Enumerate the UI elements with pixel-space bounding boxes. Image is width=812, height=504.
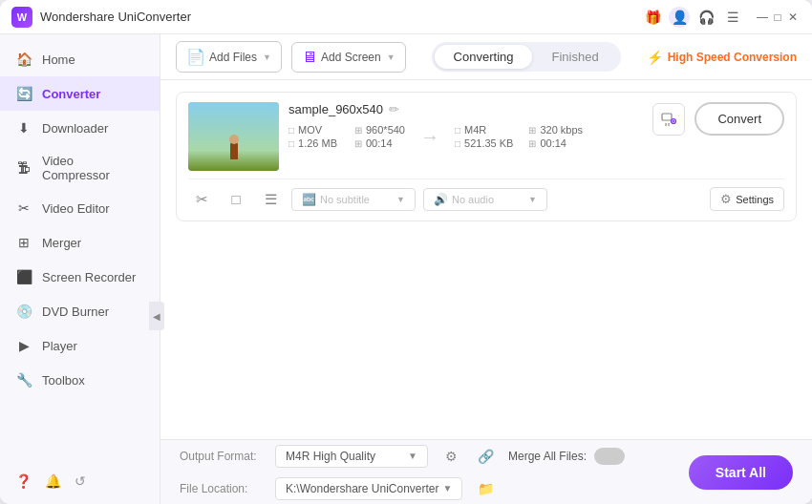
output-format-label: Output Format: (180, 450, 266, 463)
help-icon[interactable]: ❓ (15, 473, 32, 489)
subtitle-placeholder: No subtitle (320, 194, 393, 205)
file-item: sample_960x540 ✏ □ MOV (176, 92, 797, 221)
settings-icon: ⚙ (720, 192, 732, 206)
sidebar-item-downloader[interactable]: ⬇ Downloader (0, 111, 160, 145)
tab-converting-label: Converting (454, 50, 514, 64)
folder-button[interactable]: 📁 (472, 475, 499, 502)
close-button[interactable]: ✕ (785, 10, 801, 25)
audio-icon: 🔊 (434, 193, 448, 206)
file-location-value: K:\Wondershare UniConverter (286, 482, 439, 495)
audio-select[interactable]: 🔊 No audio ▼ (423, 188, 547, 211)
add-screen-icon: 🖥 (302, 49, 317, 66)
duration-icon: ⊞ (354, 138, 362, 149)
target-duration-icon: ⊞ (528, 138, 536, 149)
file-location-row: File Location: K:\Wondershare UniConvert… (180, 475, 673, 502)
converter-icon: 🔄 (15, 85, 32, 102)
format-chevron: ▼ (408, 451, 417, 461)
convert-button[interactable]: Convert (694, 102, 784, 136)
sidebar-item-video-editor[interactable]: ✂ Video Editor (0, 191, 160, 225)
settings-link-icon[interactable]: ⚙ (438, 443, 464, 470)
target-bitrate-row: ⊞ 320 kbps (528, 124, 587, 136)
start-all-button[interactable]: Start All (689, 455, 793, 490)
add-screen-button[interactable]: 🖥 Add Screen ▼ (291, 42, 406, 73)
sidebar-item-downloader-label: Downloader (42, 121, 108, 136)
merge-toggle[interactable] (594, 448, 625, 465)
convert-arrow: → (405, 126, 455, 148)
file-info: sample_960x540 ✏ □ MOV (288, 102, 631, 149)
scissors-tool-button[interactable]: ✂ (188, 188, 215, 211)
add-files-icon: 📄 (186, 48, 205, 66)
svg-rect-0 (662, 114, 672, 120)
file-location-select[interactable]: K:\Wondershare UniConverter ▼ (275, 477, 462, 500)
subtitle-select[interactable]: 🔤 No subtitle ▼ (291, 188, 416, 211)
target-format-icon: □ (455, 125, 460, 136)
sidebar-item-screen-recorder-label: Screen Recorder (42, 270, 136, 284)
size-icon: □ (288, 138, 294, 149)
file-edit-icon[interactable]: ✏ (389, 102, 399, 116)
merge-all-files-label: Merge All Files: (508, 450, 587, 463)
convert-button-label: Convert (717, 112, 761, 126)
target-format: M4R (464, 124, 486, 136)
output-format-select[interactable]: M4R High Quality ▼ (275, 445, 428, 468)
settings-label: Settings (736, 194, 774, 205)
sidebar-item-merger[interactable]: ⊞ Merger (0, 225, 160, 260)
open-link-icon[interactable]: 🔗 (472, 443, 499, 470)
minimize-button[interactable]: — (755, 10, 770, 25)
title-bar: W Wondershare UniConverter 🎁 👤 🎧 ☰ — □ ✕ (0, 0, 812, 34)
sidebar-item-merger-label: Merger (42, 236, 81, 250)
sidebar-collapse-button[interactable]: ◀ (149, 302, 164, 330)
resolution-icon: ⊞ (354, 125, 362, 136)
tab-converting[interactable]: Converting (435, 45, 533, 69)
sidebar-item-home-label: Home (42, 52, 75, 67)
add-files-button[interactable]: 📄 Add Files ▼ (176, 41, 282, 73)
notification-icon[interactable]: 🔔 (45, 473, 61, 489)
settings-button[interactable]: ⚙ Settings (710, 187, 784, 211)
headphone-icon[interactable]: 🎧 (695, 7, 716, 28)
merger-icon: ⊞ (15, 234, 32, 251)
gift-icon[interactable]: 🎁 (642, 7, 663, 28)
tab-finished[interactable]: Finished (532, 45, 617, 69)
sidebar-item-converter-label: Converter (42, 87, 100, 101)
tab-finished-label: Finished (551, 50, 598, 64)
maximize-button[interactable]: □ (770, 10, 785, 25)
source-size: 1.26 MB (298, 137, 337, 149)
audio-chevron: ▼ (528, 195, 537, 204)
target-size-row: □ 521.35 KB (455, 137, 513, 149)
sidebar-item-dvd-burner-label: DVD Burner (42, 304, 109, 319)
output-format-row: Output Format: M4R High Quality ▼ ⚙ 🔗 Me… (180, 443, 673, 470)
list-tool-button[interactable]: ☰ (257, 188, 284, 211)
tab-group: Converting Finished (432, 42, 621, 72)
subtitle-tool-button[interactable]: □ (223, 188, 249, 211)
sidebar-item-toolbox[interactable]: 🔧 Toolbox (0, 363, 160, 397)
menu-icon[interactable]: ☰ (722, 7, 743, 28)
downloader-icon: ⬇ (15, 119, 32, 136)
sidebar-item-converter[interactable]: 🔄 Converter (0, 76, 160, 111)
file-tools: ✂ □ ☰ 🔤 No subtitle ▼ 🔊 No audio ▼ (188, 178, 784, 211)
sidebar: 🏠 Home 🔄 Converter ⬇ Downloader 🗜 Video … (0, 34, 160, 504)
sidebar-item-player[interactable]: ▶ Player (0, 328, 160, 363)
source-format-row: □ MOV (288, 124, 339, 136)
file-target: □ M4R ⊞ 320 kbps □ 521.3 (455, 124, 588, 149)
merge-section: Merge All Files: (508, 448, 625, 465)
sidebar-item-home[interactable]: 🏠 Home (0, 42, 160, 76)
refresh-icon[interactable]: ↺ (75, 473, 86, 489)
target-bitrate-icon: ⊞ (528, 125, 536, 136)
toolbox-icon: 🔧 (15, 371, 32, 388)
location-chevron: ▼ (443, 483, 453, 494)
source-resolution-row: ⊞ 960*540 (354, 124, 405, 136)
sidebar-item-dvd-burner[interactable]: 💿 DVD Burner (0, 294, 160, 328)
user-icon[interactable]: 👤 (669, 7, 690, 28)
high-speed-conversion[interactable]: ⚡ High Speed Conversion (647, 50, 797, 65)
output-format-value: M4R High Quality (286, 450, 375, 463)
source-size-row: □ 1.26 MB (288, 137, 339, 149)
file-extra-action-button[interactable] (652, 103, 685, 136)
sidebar-item-screen-recorder[interactable]: ⬛ Screen Recorder (0, 260, 160, 294)
title-bar-icons: 🎁 👤 🎧 ☰ (642, 7, 743, 28)
add-screen-chevron: ▼ (387, 52, 395, 62)
add-files-chevron: ▼ (263, 52, 271, 62)
audio-placeholder: No audio (452, 194, 524, 205)
sidebar-item-video-compressor[interactable]: 🗜 Video Compressor (0, 145, 160, 191)
subtitle-icon: 🔤 (302, 193, 316, 206)
bottom-icons: ⚙ 🔗 (438, 443, 499, 470)
add-screen-label: Add Screen (321, 51, 381, 64)
